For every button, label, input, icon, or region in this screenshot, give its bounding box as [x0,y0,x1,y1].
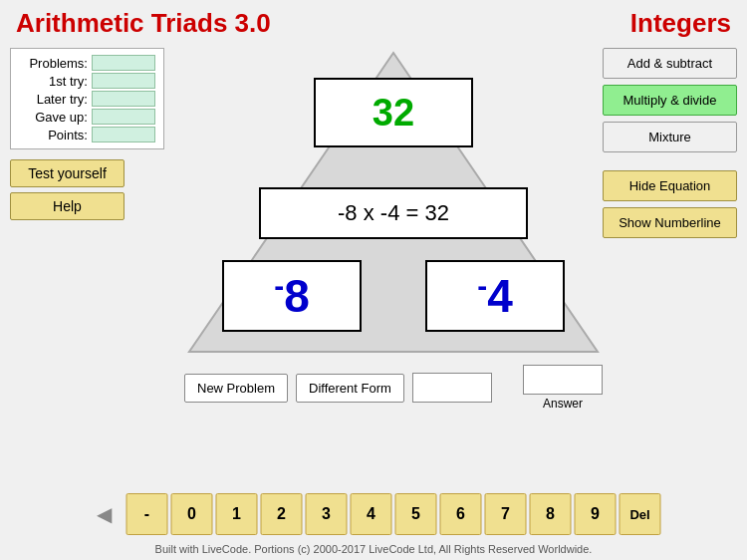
top-value: 32 [373,92,414,135]
gave-up-value [92,109,155,125]
answer-label: Answer [543,397,583,411]
hide-equation-button[interactable]: Hide Equation [603,170,737,201]
problems-label: Problems: [19,56,88,71]
footer: Built with LiveCode. Portions (c) 2000-2… [0,543,747,555]
stats-box: Problems: 1st try: Later try: Gave up: P… [10,48,164,149]
mixture-button[interactable]: Mixture [603,122,737,152]
equation-box: -8 x -4 = 32 [259,187,528,239]
back-arrow-button[interactable]: ◀ [87,496,123,532]
key-4[interactable]: 4 [351,493,392,535]
action-row: New Problem Different Form Answer [184,365,603,411]
answer-section: Answer [523,365,603,411]
later-try-value [92,91,155,107]
key-8[interactable]: 8 [530,493,572,535]
del-key[interactable]: Del [620,493,661,535]
mode-title: Integers [630,8,731,39]
first-try-label: 1st try: [19,74,88,89]
different-form-button[interactable]: Different Form [296,374,404,403]
points-label: Points: [19,128,88,142]
test-yourself-button[interactable]: Test yourself [10,159,124,187]
help-button[interactable]: Help [10,192,124,220]
key-2[interactable]: 2 [261,493,303,535]
top-value-box: 32 [314,78,473,147]
bottom-left-value: -8 [274,269,310,323]
points-value [92,127,155,142]
equation-text: -8 x -4 = 32 [338,200,449,226]
footer-text: Built with LiveCode. Portions (c) 2000-2… [155,543,593,555]
key-1[interactable]: 1 [216,493,258,535]
bottom-right-box: -4 [425,260,565,332]
key-3[interactable]: 3 [306,493,348,535]
add-subtract-button[interactable]: Add & subtract [603,48,737,79]
first-try-value [92,73,155,89]
answer-input[interactable] [523,365,603,395]
triangle-container: 32 -8 x -4 = 32 -8 -4 [184,48,603,357]
right-panel: Add & subtract Multiply & divide Mixture… [603,43,747,411]
multiply-divide-button[interactable]: Multiply & divide [603,85,737,116]
key-5[interactable]: 5 [395,493,437,535]
bottom-left-box: -8 [222,260,362,332]
numpad: -0123456789Del [126,493,661,535]
key--[interactable]: - [126,493,168,535]
bottom-right-value: -4 [477,269,513,323]
key-6[interactable]: 6 [440,493,482,535]
show-numberline-button[interactable]: Show Numberline [603,207,737,238]
later-try-label: Later try: [19,92,88,107]
new-problem-button[interactable]: New Problem [184,374,288,403]
key-9[interactable]: 9 [575,493,617,535]
problems-value [92,55,155,71]
key-0[interactable]: 0 [171,493,213,535]
key-7[interactable]: 7 [485,493,527,535]
input-field-1[interactable] [412,373,492,403]
app-title: Arithmetic Triads 3.0 [16,8,271,39]
gave-up-label: Gave up: [19,110,88,125]
numpad-section: ◀ -0123456789Del [87,493,661,535]
